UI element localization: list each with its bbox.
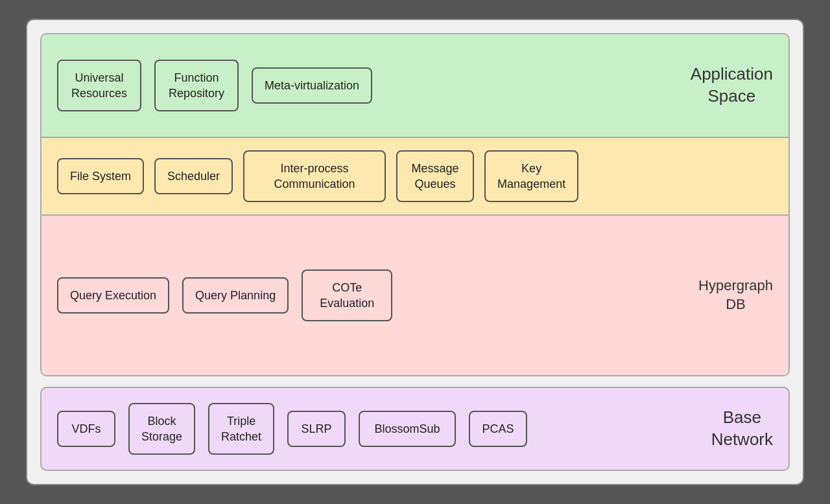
block-storage-box: Block Storage xyxy=(128,403,195,455)
universal-resources-box: Universal Resources xyxy=(57,60,141,112)
scheduler-box: Scheduler xyxy=(154,158,233,194)
meta-virtualization-box: Meta-virtualization xyxy=(252,67,372,104)
inter-process-communication-box: Inter-process Communication xyxy=(243,150,386,203)
blossomsub-box: BlossomSub xyxy=(359,411,456,447)
slrp-box: SLRP xyxy=(287,411,346,447)
vdfs-box: VDFs xyxy=(57,411,115,447)
query-planning-box: Query Planning xyxy=(182,277,289,314)
hypergraph-label: HypergraphDB xyxy=(698,277,773,314)
base-network-section: VDFs Block Storage Triple Ratchet SLRP B… xyxy=(40,387,790,471)
cote-evaluation-box: COTe Evaluation xyxy=(302,269,392,322)
function-repository-box: Function Repository xyxy=(154,60,239,112)
file-system-box: File System xyxy=(57,158,144,194)
hypergraph-section: Query Execution Query Planning COTe Eval… xyxy=(42,216,788,375)
app-space-section: Universal Resources Function Repository … xyxy=(42,34,788,138)
message-queues-box: Message Queues xyxy=(396,150,474,203)
outer-container: Universal Resources Function Repository … xyxy=(26,19,804,485)
app-space-label: ApplicationSpace xyxy=(691,63,773,108)
triple-ratchet-box: Triple Ratchet xyxy=(208,403,274,455)
os-services-section: File System Scheduler Inter-process Comm… xyxy=(42,138,788,216)
inner-container: Universal Resources Function Repository … xyxy=(40,33,790,376)
base-network-label: BaseNetwork xyxy=(711,407,773,451)
pcas-box: PCAS xyxy=(469,411,527,447)
key-management-box: Key Management xyxy=(484,150,578,203)
query-execution-box: Query Execution xyxy=(57,277,169,314)
